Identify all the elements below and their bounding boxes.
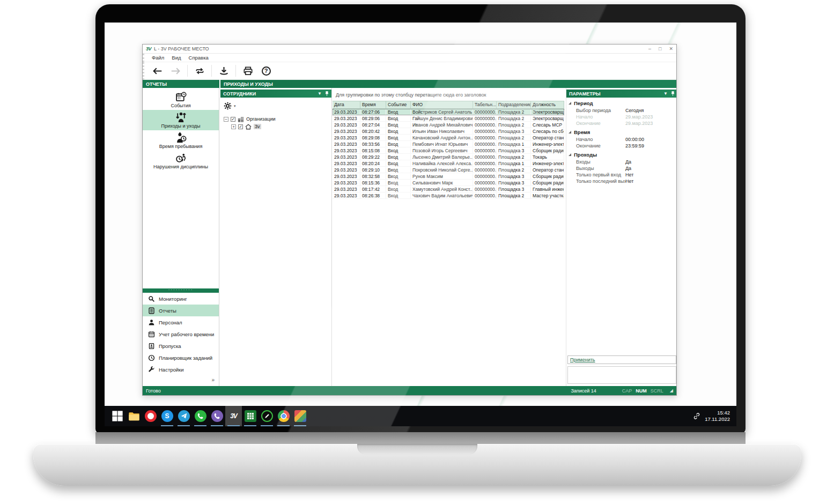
taskbar-icon-media[interactable] bbox=[292, 406, 308, 426]
table-cell: Слесарь по сбо... bbox=[531, 129, 564, 134]
table-cell: Вход bbox=[386, 116, 411, 121]
table-row[interactable]: 29.03.202308:29:22ВходЛысенко Дмитрий Ва… bbox=[333, 154, 564, 160]
table-row[interactable]: 29.03.202308:32:58ВходРунов Максим000000… bbox=[333, 173, 564, 180]
chevron-down-icon[interactable]: ▼ bbox=[663, 91, 668, 96]
column-header[interactable]: ФИО bbox=[411, 101, 473, 108]
help-button[interactable]: ? bbox=[260, 64, 272, 77]
table-cell: Площадка 2 bbox=[497, 167, 531, 173]
pin-icon[interactable] bbox=[325, 91, 329, 97]
employees-settings-button[interactable]: ▾ bbox=[224, 102, 331, 110]
column-header[interactable]: Подразделение bbox=[497, 101, 531, 108]
close-button[interactable]: ✕ bbox=[669, 46, 673, 51]
report-item-arrivals-departures[interactable]: Приходы и уходы bbox=[143, 110, 219, 130]
sidebar-item-settings[interactable]: Настройки bbox=[143, 364, 219, 375]
report-item-label: Нарушения дисциплины bbox=[153, 164, 208, 169]
param-row[interactable]: Выбор периода Сегодня bbox=[566, 107, 677, 114]
param-row[interactable]: Окончание 23:59:59 bbox=[566, 143, 677, 149]
taskbar-icon-skype[interactable]: S bbox=[159, 406, 175, 426]
param-group-header[interactable]: Период bbox=[566, 98, 677, 107]
param-row[interactable]: Только последний вых... Нет bbox=[566, 178, 677, 184]
taskbar-icon-drawing[interactable] bbox=[259, 406, 275, 426]
reports-panel-title: ОТЧЕТЫ bbox=[146, 81, 167, 87]
param-group-header[interactable]: Время bbox=[566, 127, 677, 136]
column-header[interactable]: Дата bbox=[333, 101, 360, 108]
export-button[interactable] bbox=[217, 64, 230, 77]
expand-box-icon[interactable]: + bbox=[231, 124, 236, 129]
table-row[interactable]: 29.03.202308:15:08ВходПозовой Игорь Серг… bbox=[333, 147, 564, 154]
column-header[interactable]: Время bbox=[360, 101, 386, 108]
column-header[interactable]: Табельн... bbox=[473, 101, 497, 108]
report-item-stay-time[interactable]: Время пребывания bbox=[143, 130, 219, 151]
chevron-down-icon[interactable]: ▼ bbox=[318, 91, 322, 96]
column-header[interactable]: Событие bbox=[386, 101, 411, 108]
column-header[interactable]: Должность bbox=[531, 101, 564, 108]
collapse-box-icon[interactable]: − bbox=[224, 117, 228, 122]
sidebar-item-passes[interactable]: Пропуска bbox=[143, 340, 219, 352]
param-row[interactable]: Начало 29.мар.2023 bbox=[566, 114, 677, 120]
report-item-label: Приходы и уходы bbox=[161, 123, 201, 129]
param-value: 23:59:59 bbox=[625, 143, 644, 149]
table-row[interactable]: 29.03.202308:26:38ВходЧахович Вадим Анат… bbox=[333, 192, 564, 199]
sidebar-item-monitoring[interactable]: Мониторинг bbox=[143, 293, 219, 305]
param-row[interactable]: Начало 00:00:00 bbox=[566, 136, 677, 143]
network-link-icon[interactable] bbox=[693, 412, 700, 420]
maximize-button[interactable]: □ bbox=[659, 46, 661, 51]
param-group-header[interactable]: Проходы bbox=[566, 149, 677, 159]
param-row[interactable]: Выходы Да bbox=[566, 165, 677, 172]
table-cell: 00000000... bbox=[473, 148, 497, 153]
table-cell: Оператор стан... bbox=[531, 135, 564, 140]
table-row[interactable]: 29.03.202308:17:42ВходХамутовский Андрей… bbox=[333, 186, 564, 192]
param-row[interactable]: Окончание 29.мар.2023 bbox=[566, 120, 677, 127]
table-row[interactable]: 29.03.202308:29:06ВходГайшун Денис Влади… bbox=[333, 115, 564, 122]
running-indicator bbox=[227, 425, 240, 426]
table-cell: 00000000... bbox=[473, 135, 497, 140]
param-row[interactable]: Входы Да bbox=[566, 159, 677, 165]
taskbar-icon-telegram[interactable] bbox=[175, 406, 192, 426]
table-row[interactable]: 29.03.202308:29:10ВходПокровский Николай… bbox=[333, 167, 564, 173]
table-row[interactable]: 29.03.202308:20:24ВходНаливайка Алексей … bbox=[333, 160, 564, 167]
print-button[interactable] bbox=[241, 64, 254, 77]
taskbar-icon-start[interactable] bbox=[109, 406, 126, 426]
minimize-button[interactable]: – bbox=[648, 46, 651, 51]
table-row[interactable]: 29.03.202308:33:56ВходПембович Игнат Юрь… bbox=[333, 141, 564, 147]
pin-icon[interactable] bbox=[671, 91, 675, 97]
tree-node-3v[interactable]: + ✓ 3v bbox=[220, 123, 331, 130]
sidebar-splitter[interactable]: ·········· bbox=[143, 288, 219, 293]
taskbar-icon-viber[interactable] bbox=[209, 406, 225, 426]
menu-item-view[interactable]: Вид bbox=[172, 55, 181, 61]
table-row[interactable]: 29.03.202308:27:04ВходИванов Андрей Миха… bbox=[333, 122, 564, 128]
sidebar-item-task-scheduler[interactable]: Планировщик заданий bbox=[143, 352, 219, 364]
sidebar-item-reports[interactable]: Отчеты bbox=[143, 305, 219, 316]
taskbar-icon-spreadsheet[interactable] bbox=[242, 406, 259, 426]
forward-button[interactable] bbox=[169, 64, 182, 77]
table-row[interactable]: 29.03.202308:27:06ВходВойстриков Сергей … bbox=[333, 109, 564, 115]
taskbar-icon-chrome[interactable] bbox=[275, 406, 292, 426]
parameters-empty-box bbox=[567, 366, 676, 384]
report-item-discipline-violations[interactable]: Нарушения дисциплины bbox=[143, 151, 219, 171]
apply-button[interactable]: Применить bbox=[570, 357, 595, 362]
taskbar-icon-3v[interactable]: 3V bbox=[225, 406, 242, 426]
tree-node-organizations[interactable]: − ✓ Организации bbox=[220, 115, 331, 123]
table-row[interactable]: 29.03.202308:20:42ВходИльин Иван Николае… bbox=[333, 128, 564, 135]
resize-grip-icon[interactable]: ◢ bbox=[670, 388, 673, 393]
taskbar-clock[interactable]: 15:42 17.11.2022 bbox=[705, 410, 730, 423]
table-row[interactable]: 29.03.202308:29:08ВходКачановский Андрей… bbox=[333, 135, 564, 141]
table-row[interactable]: 29.03.202308:15:36ВходСильванович Марк00… bbox=[333, 180, 564, 186]
sidebar-item-work-time[interactable]: Учет рабочего времени bbox=[143, 328, 219, 340]
checkbox-checked-icon[interactable]: ✓ bbox=[238, 124, 243, 129]
taskbar-icon-opera[interactable] bbox=[142, 406, 159, 426]
menu-item-help[interactable]: Справка bbox=[189, 55, 209, 61]
taskbar-icon-whatsapp[interactable] bbox=[192, 406, 209, 426]
toolbar-separator bbox=[211, 65, 212, 77]
nav-collapse-chevron[interactable]: » bbox=[211, 377, 215, 383]
table-cell: Вход bbox=[386, 161, 411, 166]
menu-item-file[interactable]: Файл bbox=[152, 55, 164, 61]
calendar-icon bbox=[148, 331, 155, 338]
refresh-button[interactable] bbox=[193, 64, 206, 77]
param-row[interactable]: Только первый вход Нет bbox=[566, 172, 677, 178]
checkbox-checked-icon[interactable]: ✓ bbox=[231, 117, 235, 122]
sidebar-item-personnel[interactable]: Персонал bbox=[143, 316, 219, 328]
back-button[interactable] bbox=[151, 64, 164, 77]
report-item-events[interactable]: События bbox=[143, 90, 219, 110]
taskbar-icon-explorer[interactable] bbox=[126, 406, 142, 426]
